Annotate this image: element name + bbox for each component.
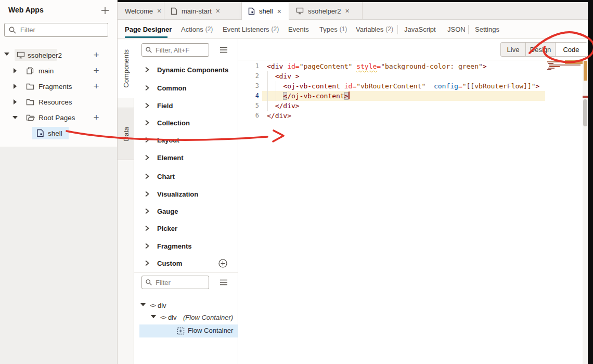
- code-line[interactable]: </div>: [267, 111, 291, 121]
- sidebar-item-main[interactable]: main: [38, 67, 54, 75]
- sidebar-item-shell[interactable]: shell: [48, 129, 62, 137]
- sidebar-item-ssohelper2[interactable]: ssohelper2: [28, 51, 62, 59]
- collapse-caret-icon[interactable]: [4, 53, 9, 56]
- add-icon[interactable]: +: [92, 113, 101, 122]
- tab-welcome[interactable]: Welcome ×: [121, 2, 164, 20]
- category-visualization[interactable]: Visualization: [141, 188, 235, 200]
- add-icon[interactable]: +: [92, 82, 101, 91]
- menu-icon[interactable]: [220, 46, 228, 54]
- add-circle-icon[interactable]: [218, 259, 227, 268]
- category-layout[interactable]: Layout: [141, 134, 235, 146]
- code-line[interactable]: <oj-vb-content id="vbRouterContent" conf…: [267, 81, 539, 91]
- web-apps-title: Web Apps: [8, 6, 44, 14]
- chevron-right-icon: [145, 260, 149, 266]
- search-icon: [145, 279, 152, 286]
- category-collection[interactable]: Collection: [141, 116, 235, 129]
- code-line[interactable]: <div id="pageContent" style="background-…: [267, 61, 487, 71]
- chevron-right-icon: [145, 85, 149, 91]
- pages-icon: [26, 67, 34, 75]
- close-icon[interactable]: ×: [276, 7, 286, 16]
- category-dynamic-components[interactable]: Dynamic Components: [141, 63, 235, 76]
- structure-node-annotation: (Flow Container): [183, 314, 233, 321]
- close-icon[interactable]: ×: [215, 7, 224, 15]
- code-line[interactable]: </oj-vb-content>: [267, 91, 350, 101]
- tab-variables[interactable]: Variables(2): [356, 20, 393, 38]
- code-line[interactable]: <div >: [267, 71, 300, 81]
- add-icon[interactable]: +: [92, 66, 101, 75]
- add-web-app-icon[interactable]: [100, 5, 110, 16]
- search-icon: [8, 26, 17, 34]
- add-icon[interactable]: +: [92, 50, 101, 60]
- code-tag-icon: <>: [160, 314, 166, 321]
- structure-node-flow-container[interactable]: Flow Container: [188, 327, 233, 334]
- tab-actions[interactable]: Actions(2): [181, 20, 213, 38]
- tab-data[interactable]: Data: [118, 108, 134, 160]
- gutter-line-number: 3: [238, 81, 259, 91]
- expand-caret-icon[interactable]: [14, 68, 17, 73]
- live-button[interactable]: Live: [501, 43, 525, 56]
- chevron-right-icon: [145, 137, 149, 143]
- window-right-edge: [588, 0, 593, 364]
- folder-icon: [26, 83, 34, 90]
- chevron-right-icon: [145, 173, 149, 179]
- category-chart[interactable]: Chart: [141, 170, 235, 183]
- scrollbar-thumb[interactable]: [583, 99, 587, 126]
- document-tab-bar: Welcome × main-start × shell × ssohelper…: [118, 2, 588, 20]
- expand-caret-icon[interactable]: [14, 99, 17, 105]
- folder-open-icon: [26, 114, 35, 122]
- structure-node-div[interactable]: div: [158, 302, 166, 309]
- tab-components[interactable]: Components: [118, 40, 135, 98]
- editor-scrollbar[interactable]: [583, 60, 588, 364]
- collapse-caret-icon[interactable]: [140, 303, 146, 306]
- close-icon[interactable]: ×: [344, 7, 354, 15]
- view-toggle-group: Live Design Code: [500, 42, 587, 57]
- tab-javascript[interactable]: JavaScript: [404, 20, 436, 38]
- tab-separator: [468, 25, 469, 34]
- design-button[interactable]: Design: [525, 43, 555, 56]
- category-picker[interactable]: Picker: [141, 222, 235, 235]
- category-gauge[interactable]: Gauge: [141, 205, 235, 217]
- chevron-right-icon: [145, 243, 149, 249]
- tab-settings[interactable]: Settings: [475, 20, 499, 38]
- code-button[interactable]: Code: [555, 43, 587, 56]
- tab-json[interactable]: JSON: [447, 20, 466, 38]
- sidebar-item-root-pages[interactable]: Root Pages: [38, 114, 75, 122]
- collapse-caret-icon[interactable]: [151, 315, 156, 318]
- category-element[interactable]: Element: [141, 151, 235, 164]
- sidebar-item-resources[interactable]: Resources: [38, 98, 72, 106]
- chevron-right-icon: [145, 154, 149, 161]
- sidebar-item-fragments[interactable]: Fragments: [38, 83, 72, 90]
- chevron-right-icon: [145, 67, 149, 73]
- file-icon: [171, 7, 177, 15]
- close-icon[interactable]: ×: [156, 7, 165, 15]
- monitor-icon: [296, 7, 304, 15]
- tab-shell[interactable]: shell ×: [241, 2, 289, 20]
- gutter-line-number: 6: [238, 111, 259, 121]
- chevron-right-icon: [145, 120, 149, 126]
- tab-separator: [397, 25, 398, 34]
- code-line[interactable]: </div>: [267, 101, 300, 111]
- tab-page-designer[interactable]: Page Designer: [125, 20, 172, 38]
- web-apps-panel-background: [0, 147, 117, 364]
- search-icon: [145, 46, 152, 54]
- tab-ssohelper2[interactable]: ssohelper2 ×: [290, 2, 363, 20]
- menu-icon[interactable]: [220, 279, 228, 286]
- gutter-line-number: 4: [238, 91, 259, 101]
- app-window: Web Apps ssohelper2 + main + Fragments +…: [0, 0, 593, 364]
- gutter-line-number: 2: [238, 71, 259, 81]
- category-common[interactable]: Common: [141, 82, 235, 94]
- web-apps-filter-input[interactable]: [4, 23, 108, 37]
- structure-node-div-flow[interactable]: div: [168, 314, 177, 321]
- tab-main-start[interactable]: main-start ×: [165, 2, 239, 20]
- tab-event-listeners[interactable]: Event Listeners(2): [223, 20, 279, 38]
- tab-events[interactable]: Events: [288, 20, 309, 38]
- tab-types[interactable]: Types(1): [319, 20, 347, 38]
- category-field[interactable]: Field: [141, 99, 235, 112]
- collapse-caret-icon[interactable]: [12, 116, 18, 119]
- editor-minimap[interactable]: [545, 60, 583, 364]
- cursor-marker: [583, 96, 588, 98]
- gutter-line-number: 1: [238, 61, 259, 71]
- category-fragments[interactable]: Fragments: [141, 240, 235, 252]
- expand-caret-icon[interactable]: [14, 84, 17, 89]
- warning-marker: [584, 61, 587, 81]
